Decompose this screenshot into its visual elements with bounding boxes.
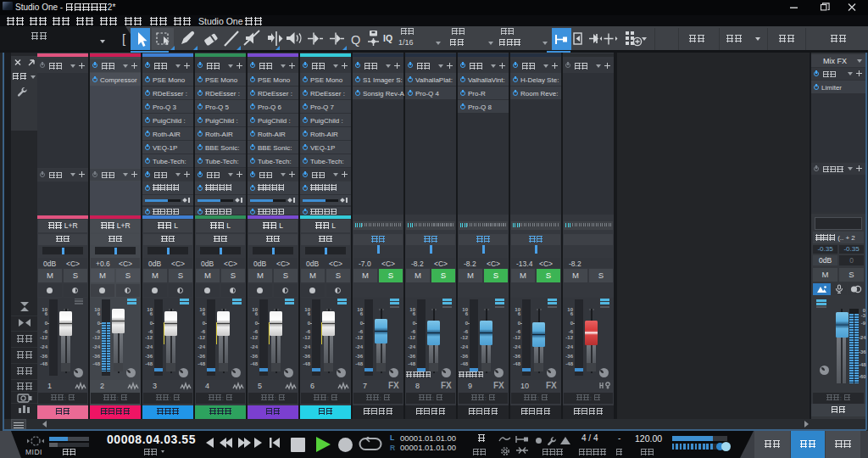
svg-text:Q: Q bbox=[351, 33, 360, 47]
